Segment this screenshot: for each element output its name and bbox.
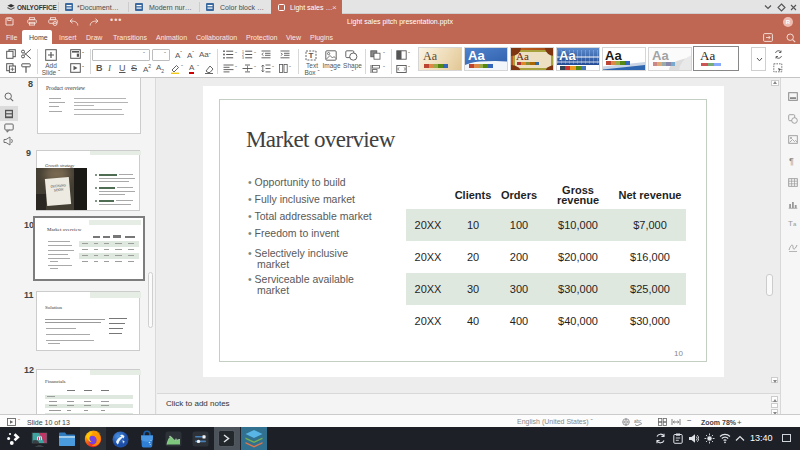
svg-text:3: 3 bbox=[242, 56, 244, 59]
svg-text:T: T bbox=[309, 51, 314, 60]
svg-text:abc: abc bbox=[634, 419, 642, 424]
